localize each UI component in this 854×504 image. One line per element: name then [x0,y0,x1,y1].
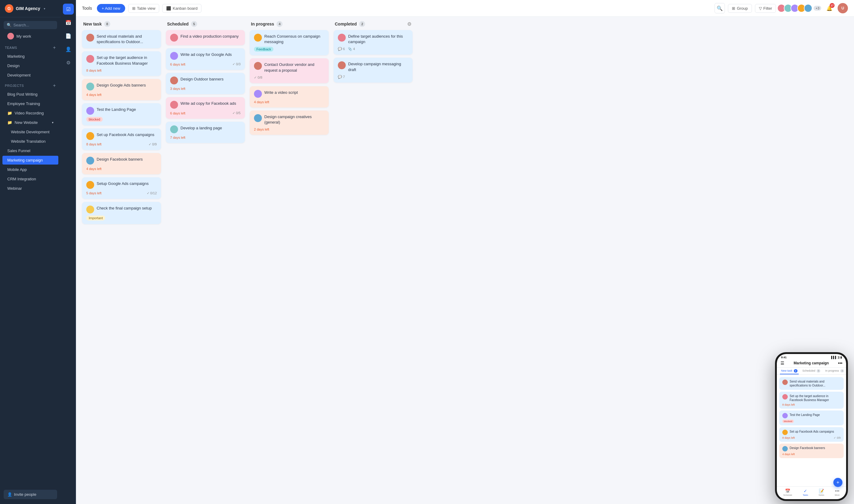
sidebar-item-label: Website Development [11,130,50,134]
sidebar-item-website[interactable]: 📁 New Website ▾ [2,118,58,127]
sidebar-item-development[interactable]: Development [2,71,58,79]
search-icon: 🔍 [717,5,723,11]
sidebar-item-sales[interactable]: Sales Funnel [2,146,58,155]
sidebar-item-mobile[interactable]: Mobile App [2,165,58,174]
phone-card-avatar [782,430,788,435]
card-avatar [86,83,94,90]
notifications-button[interactable]: 🔔 17 [824,3,835,13]
sidebar-item-employee[interactable]: Employee Training [2,99,58,108]
card-send-visual[interactable]: Send visual materials and specifications… [82,30,161,48]
projects-label: Projects [5,84,24,87]
table-view-button[interactable]: ⊞ Table view [128,4,159,13]
card-title: Develop a landing page [180,125,222,131]
group-label: Group [737,6,748,11]
phone-card[interactable]: Test the Landing Page blocked [779,411,844,425]
comment-icon: 💬 6 [338,47,345,51]
card-check: ✓ 0/5 [232,111,241,115]
group-button[interactable]: ⊞ Group [728,4,752,13]
card-avatar [254,114,262,122]
attachment-icon: 📎 4 [348,47,355,51]
more-icon[interactable]: ••• [838,361,842,365]
phone-card[interactable]: Set up the target audience in Facebook B… [779,392,844,409]
tasks-icon-btn[interactable]: ☑ [63,4,74,15]
more-icon: ••• [835,488,839,493]
doc-icon-btn[interactable]: 📄 [63,30,74,41]
sidebar-item-blog[interactable]: Blog Post Writing [2,90,58,99]
card-messaging-draft[interactable]: Develop campaign messaging draft 💬 7 [334,58,413,82]
card-avatar [254,90,262,98]
card-avatar [170,52,178,60]
card-campaign-creatives[interactable]: Design campaign creatives (general) 2 da… [250,110,329,135]
phone-tab-new-task[interactable]: New task 8 [780,368,799,374]
card-avatar [86,107,94,115]
card-title: Setup Google Ads campaigns [97,181,149,186]
card-video-script[interactable]: Write a video script 4 days left [250,86,329,107]
add-new-button[interactable]: + Add new [97,4,125,13]
card-avatar [86,181,94,189]
phone-card[interactable]: Send visual materials and specifications… [779,377,844,390]
card-final-setup[interactable]: Check the final campaign setup Important [82,202,161,224]
app-name: GIM Agency [16,6,40,11]
card-avatar [338,34,346,41]
card-facebook-banners[interactable]: Design Facebook banners 4 days left [82,153,161,174]
phone-tab-in-progress[interactable]: In progress 4 [824,368,845,374]
add-project-button[interactable]: + [53,83,56,88]
card-title: Set up Facebook Ads campaigns [97,132,154,138]
sidebar-item-design[interactable]: Design [2,61,58,70]
sidebar-item-label: Development [7,73,31,77]
card-google-ads-banners[interactable]: Design Google Ads banners 4 days left [82,79,161,100]
sidebar-item-marketing-campaign[interactable]: Marketing campaign [2,156,58,165]
phone-tab-scheduled[interactable]: Scheduled 5 [801,368,822,374]
card-vendor[interactable]: Contact Ourdoor vendor and request a pro… [250,58,329,83]
card-google-ads-copy[interactable]: Write ad copy for Google Ads 6 days left… [166,48,245,70]
card-facebook-campaigns[interactable]: Set up Facebook Ads campaigns 8 days lef… [82,128,161,150]
filter-button[interactable]: ▽ Filter [755,4,776,13]
app-logo[interactable]: G GIM Agency ▾ [0,0,61,17]
invite-people-button[interactable]: 👤 Invite people [4,490,57,499]
my-work-avatar [7,33,14,39]
phone-nav-label: Schedule [783,494,792,496]
sidebar-item-website-dev[interactable]: Website Development [2,127,58,136]
add-team-button[interactable]: + [53,45,56,50]
sidebar-item-webinar[interactable]: Webinar [2,184,58,193]
phone-nav-schedule[interactable]: 📅 Schedule [783,488,792,496]
filter-label: Filter [764,6,772,11]
calendar-icon-btn[interactable]: 📅 [63,17,74,28]
card-avatar [170,101,178,109]
phone-nav-notes[interactable]: 📝 Notes [819,488,824,496]
sidebar-item-label: Marketing [7,54,24,59]
logo-icon: G [5,4,13,13]
phone-card[interactable]: Set up Facebook Ads campaigns 8 days lef… [779,427,844,442]
column-cards-in-progress: Reach Consensus on campaign messaging Fe… [250,30,329,135]
user-avatar-button[interactable]: U [838,3,848,13]
card-facebook-ads-copy[interactable]: Write ad copy for Facebook ads 6 days le… [166,97,245,119]
settings-icon[interactable]: ⚙ [407,21,411,27]
sidebar-item-website-trans[interactable]: Website Translation [2,137,58,146]
kanban-board-button[interactable]: ⬛ Kanban board [162,4,202,13]
card-consensus[interactable]: Reach Consensus on campaign messaging Fe… [250,30,329,55]
sidebar-item-my-work[interactable]: My work [2,31,58,41]
person-icon-btn[interactable]: 👤 [63,44,74,55]
card-outdoor-banners[interactable]: Design Outdoor banners 3 days left [166,73,245,94]
settings-icon-btn[interactable]: ⚙ [63,57,74,68]
card-title: Write ad copy for Facebook ads [180,101,236,106]
card-target-audience[interactable]: Set up the target audience in Facebook B… [82,51,161,76]
card-test-landing[interactable]: Test the Landing Page blocked [82,103,161,125]
phone-nav-label: Notes [819,494,824,496]
card-landing-page[interactable]: Develop a landing page 7 days left [166,122,245,143]
phone-nav-tasks[interactable]: ✓ Tasks [803,488,808,496]
sidebar-item-crm[interactable]: CRM Integration [2,175,58,183]
phone-card[interactable]: Design Facebook banners 4 days left [779,444,844,458]
sidebar-item-marketing[interactable]: Marketing [2,52,58,61]
card-video-company[interactable]: Find a video production company [166,30,245,45]
card-google-ads-campaigns[interactable]: Setup Google Ads campaigns 5 days left ✓… [82,177,161,199]
notification-badge: 17 [830,3,835,8]
card-title: Reach Consensus on campaign messaging [264,34,325,44]
card-define-audiences[interactable]: Define target audiences for this campaig… [334,30,413,55]
hamburger-icon[interactable]: ☰ [781,361,784,365]
search-box[interactable]: 🔍 Search... [4,21,57,29]
search-button[interactable]: 🔍 [715,3,725,13]
sidebar-item-video[interactable]: 📁 Video Recording [2,109,58,118]
phone-fab-button[interactable]: + [833,478,842,487]
phone-nav-more[interactable]: ••• More [835,488,840,496]
